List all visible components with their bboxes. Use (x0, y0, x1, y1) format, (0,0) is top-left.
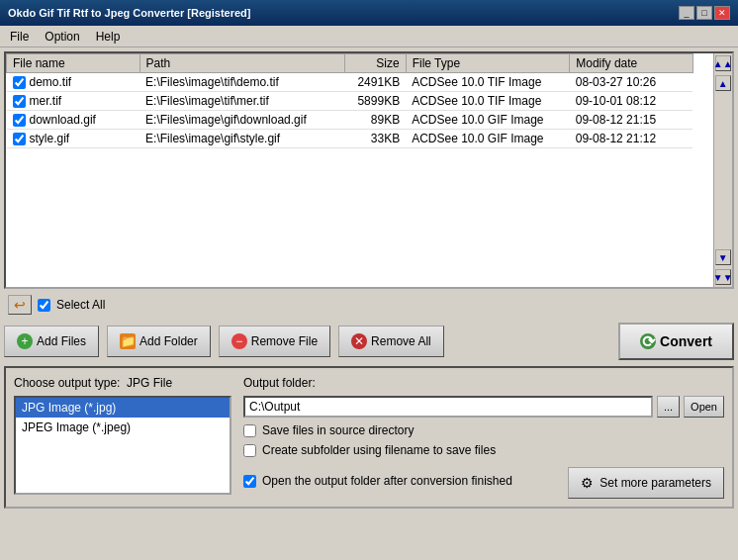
col-filename: File name (7, 54, 140, 73)
app-title: Okdo Gif Tif Rtf to Jpeg Converter [Regi… (8, 7, 251, 19)
cell-filetype: ACDSee 10.0 TIF Image (406, 92, 570, 111)
create-subfolder-label[interactable]: Create subfolder using filename to save … (262, 443, 496, 457)
open-after-conversion-row: Open the output folder after conversion … (243, 474, 512, 488)
menu-help[interactable]: Help (90, 28, 127, 46)
cell-filename: demo.tif (7, 73, 140, 92)
add-files-label: Add Files (37, 334, 86, 348)
remove-file-label: Remove File (251, 334, 318, 348)
add-files-button[interactable]: + Add Files (4, 326, 99, 357)
button-row: + Add Files 📁 Add Folder − Remove File ✕… (4, 321, 734, 362)
add-folder-button[interactable]: 📁 Add Folder (107, 326, 211, 357)
title-bar: Okdo Gif Tif Rtf to Jpeg Converter [Regi… (0, 0, 738, 26)
cell-date: 08-03-27 10:26 (570, 73, 692, 92)
row-checkbox[interactable] (13, 76, 26, 89)
close-button[interactable]: ✕ (714, 6, 730, 20)
select-all-bar: ↩ Select All (4, 293, 734, 317)
output-folder-label: Output folder: (243, 376, 724, 390)
remove-all-icon: ✕ (351, 333, 367, 349)
browse-button[interactable]: ... (657, 396, 680, 418)
add-folder-label: Add Folder (139, 334, 198, 348)
list-item[interactable]: JPEG Image (*.jpeg) (16, 418, 230, 437)
select-all-checkbox[interactable] (38, 299, 50, 312)
bottom-panel: Choose output type: JPG File JPG Image (… (4, 366, 734, 509)
cell-filename: download.gif (7, 111, 140, 130)
file-table: File name Path Size File Type Modify dat… (6, 53, 693, 148)
remove-all-label: Remove All (371, 334, 431, 348)
cell-date: 09-10-01 08:12 (570, 92, 692, 111)
scroll-bottom-button[interactable]: ▼▼ (715, 269, 731, 285)
cell-path: E:\Files\image\gif\style.gif (139, 130, 344, 148)
save-in-source-label[interactable]: Save files in source directory (262, 423, 414, 437)
remove-all-button[interactable]: ✕ Remove All (338, 326, 444, 357)
save-in-source-row: Save files in source directory (243, 423, 724, 437)
output-folder-section: Output folder: ... Open Save files in so… (243, 376, 724, 499)
menu-bar: File Option Help (0, 26, 738, 47)
cell-size: 2491KB (344, 73, 406, 92)
filename-text: mer.tif (30, 94, 62, 108)
scroll-up-button[interactable]: ▲ (715, 75, 731, 91)
output-path-input[interactable] (243, 396, 653, 418)
set-more-params-label: Set more parameters (600, 476, 711, 490)
save-in-source-checkbox[interactable] (243, 424, 256, 437)
cell-path: E:\Files\image\gif\download.gif (139, 111, 344, 130)
add-files-icon: + (17, 333, 33, 349)
table-row[interactable]: mer.tif E:\Files\image\tif\mer.tif 5899K… (7, 92, 693, 111)
add-folder-icon: 📁 (120, 333, 136, 349)
col-modifydate: Modify date (570, 54, 692, 73)
output-type-section: Choose output type: JPG File JPG Image (… (14, 376, 231, 499)
output-type-value: JPG File (127, 376, 172, 390)
output-type-label: Choose output type: JPG File (14, 376, 231, 390)
create-subfolder-row: Create subfolder using filename to save … (243, 443, 724, 457)
open-button[interactable]: Open (684, 396, 724, 418)
scroll-down-button[interactable]: ▼ (715, 249, 731, 265)
row-checkbox[interactable] (13, 114, 26, 127)
scroll-top-button[interactable]: ▲▲ (715, 55, 731, 71)
main-window: File name Path Size File Type Modify dat… (0, 47, 738, 560)
col-filetype: File Type (406, 54, 570, 73)
filename-text: download.gif (30, 113, 96, 127)
row-checkbox[interactable] (13, 133, 26, 145)
cell-filename: style.gif (7, 130, 140, 148)
row-checkbox[interactable] (13, 95, 26, 108)
minimize-button[interactable]: _ (679, 6, 694, 20)
output-type-listbox[interactable]: JPG Image (*.jpg)JPEG Image (*.jpeg) (14, 396, 231, 495)
maximize-button[interactable]: □ (696, 6, 712, 20)
create-subfolder-checkbox[interactable] (243, 444, 256, 457)
scrollbar[interactable]: ▲▲ ▲ ▼ ▼▼ (713, 53, 733, 287)
open-after-conversion-checkbox[interactable] (243, 475, 256, 488)
cell-filetype: ACDSee 10.0 GIF Image (406, 111, 570, 130)
cell-path: E:\Files\image\tif\mer.tif (139, 92, 344, 111)
menu-option[interactable]: Option (39, 28, 85, 46)
convert-label: Convert (660, 333, 712, 349)
col-size: Size (344, 54, 406, 73)
filename-text: style.gif (30, 132, 70, 145)
cell-date: 09-08-12 21:12 (570, 130, 692, 148)
cell-filetype: ACDSee 10.0 GIF Image (406, 130, 570, 148)
window-controls[interactable]: _ □ ✕ (679, 6, 730, 20)
col-path: Path (139, 54, 344, 73)
select-all-label[interactable]: Select All (56, 298, 105, 312)
list-item[interactable]: JPG Image (*.jpg) (16, 398, 230, 418)
table-row[interactable]: download.gif E:\Files\image\gif\download… (7, 111, 693, 130)
folder-row: ... Open (243, 396, 724, 418)
menu-file[interactable]: File (4, 28, 35, 46)
table-row[interactable]: style.gif E:\Files\image\gif\style.gif 3… (7, 130, 693, 148)
remove-file-icon: − (231, 333, 247, 349)
convert-button[interactable]: ⟳ Convert (618, 323, 734, 360)
cell-size: 33KB (344, 130, 406, 148)
cell-date: 09-08-12 21:15 (570, 111, 692, 130)
cell-filetype: ACDSee 10.0 TIF Image (406, 73, 570, 92)
table-row[interactable]: demo.tif E:\Files\image\tif\demo.tif 249… (7, 73, 693, 92)
remove-file-button[interactable]: − Remove File (219, 326, 330, 357)
open-after-conversion-label[interactable]: Open the output folder after conversion … (262, 474, 512, 488)
file-list-container: File name Path Size File Type Modify dat… (4, 51, 734, 289)
cell-filename: mer.tif (7, 92, 140, 111)
filename-text: demo.tif (30, 75, 72, 89)
convert-icon: ⟳ (640, 333, 656, 349)
cell-size: 89KB (344, 111, 406, 130)
back-icon[interactable]: ↩ (8, 295, 32, 315)
gear-icon: ⚙ (581, 475, 594, 491)
cell-path: E:\Files\image\tif\demo.tif (139, 73, 344, 92)
cell-size: 5899KB (344, 92, 406, 111)
set-more-params-button[interactable]: ⚙ Set more parameters (568, 467, 724, 499)
